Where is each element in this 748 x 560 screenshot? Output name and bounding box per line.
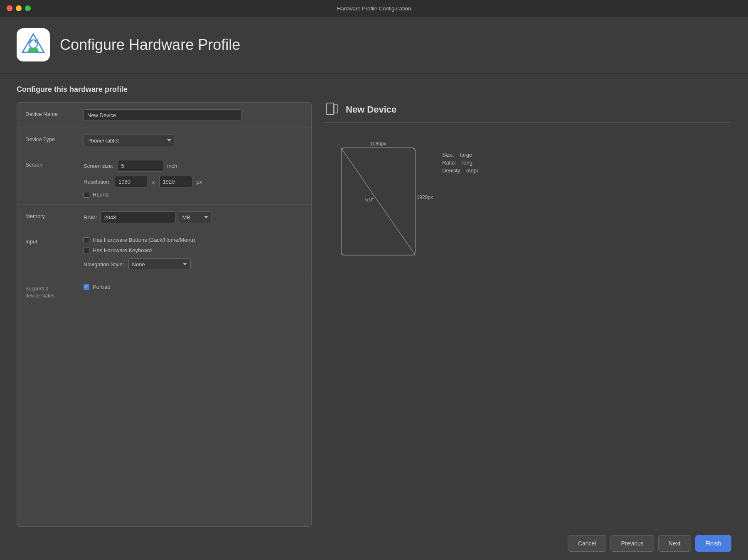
round-checkbox[interactable] bbox=[84, 192, 89, 198]
svg-point-2 bbox=[30, 41, 32, 43]
nav-style-row: Navigation Style: None D-pad Trackball W… bbox=[84, 258, 195, 270]
ratio-spec-label: Ratio: bbox=[442, 160, 456, 166]
portrait-label[interactable]: Portrait bbox=[84, 284, 303, 290]
screen-controls: Screen size: inch Resolution: x px bbox=[84, 160, 202, 198]
screen-size-unit: inch bbox=[167, 163, 177, 169]
resolution-label: Resolution: bbox=[84, 179, 111, 185]
density-spec-label: Density: bbox=[442, 167, 462, 174]
hw-keyboard-text: Has Hardware Keyboard bbox=[93, 247, 152, 253]
traffic-lights bbox=[7, 5, 31, 11]
density-spec: Density: mdpi bbox=[442, 167, 478, 174]
screen-label: Screen bbox=[25, 160, 84, 168]
preview-panel: New Device 1080px 5.0" bbox=[324, 102, 731, 527]
preview-device-icon bbox=[324, 102, 339, 117]
android-studio-logo bbox=[21, 32, 46, 57]
portrait-checkbox[interactable] bbox=[84, 284, 89, 290]
preview-specs: Size: large Ratio: long Density: mdpi bbox=[442, 152, 478, 174]
round-checkbox-label[interactable]: Round bbox=[84, 192, 202, 198]
ratio-spec: Ratio: long bbox=[442, 160, 478, 166]
footer: Cancel Previous Next Finish bbox=[0, 527, 748, 560]
round-line: Round bbox=[84, 192, 202, 198]
resolution-line: Resolution: x px bbox=[84, 176, 202, 187]
hw-keyboard-label[interactable]: Has Hardware Keyboard bbox=[84, 247, 195, 253]
svg-rect-7 bbox=[30, 48, 37, 49]
svg-point-10 bbox=[330, 113, 331, 114]
memory-controls: RAM: MB GB bbox=[84, 211, 303, 223]
device-type-select[interactable]: Phone/Tablet Android TV Wear OS Desktop … bbox=[84, 135, 175, 146]
device-type-row: Device Type Phone/Tablet Android TV Wear… bbox=[17, 128, 311, 153]
right-dimension-label: 1920px bbox=[417, 194, 433, 200]
previous-button[interactable]: Previous bbox=[610, 535, 654, 552]
size-spec-value: large bbox=[460, 152, 472, 158]
hw-buttons-checkbox[interactable] bbox=[84, 237, 89, 243]
nav-style-label: Navigation Style: bbox=[84, 261, 124, 268]
portrait-text: Portrait bbox=[93, 284, 110, 290]
device-type-label: Device Type bbox=[25, 135, 84, 142]
memory-row: Memory RAM: MB GB bbox=[17, 205, 311, 230]
phone-outline bbox=[341, 147, 416, 255]
hw-keyboard-checkbox[interactable] bbox=[84, 248, 89, 253]
ratio-spec-value: long bbox=[462, 160, 472, 166]
title-bar: Hardware Profile Configuration bbox=[0, 0, 748, 17]
size-spec: Size: large bbox=[442, 152, 478, 158]
density-spec-value: mdpi bbox=[466, 167, 478, 174]
screen-size-input[interactable] bbox=[118, 160, 163, 172]
svg-rect-9 bbox=[334, 105, 337, 113]
resolution-unit: px bbox=[197, 179, 202, 185]
supported-states-label: Supporteddevice states bbox=[25, 284, 84, 300]
supported-states-controls: Portrait bbox=[84, 284, 303, 290]
device-name-input[interactable] bbox=[84, 109, 241, 121]
hw-buttons-text: Has Hardware Buttons (Back/Home/Menu) bbox=[93, 237, 195, 243]
nav-style-select[interactable]: None D-pad Trackball Wheel bbox=[128, 258, 191, 270]
supported-states-text: Supporteddevice states bbox=[25, 286, 54, 299]
top-dimension-label: 1080px bbox=[370, 141, 386, 147]
section-title: Configure this hardware profile bbox=[0, 74, 748, 102]
ram-input[interactable] bbox=[101, 211, 175, 223]
device-diagram: 1080px 5.0" 1920px bbox=[324, 135, 432, 260]
screen-size-label: Screen size: bbox=[84, 163, 113, 169]
resolution-height-input[interactable] bbox=[159, 176, 192, 187]
preview-header: New Device bbox=[324, 102, 731, 123]
ram-label: RAM: bbox=[84, 214, 97, 221]
form-preview-layout: Device Name Device Type Phone/Tablet And… bbox=[0, 102, 748, 527]
input-controls: Has Hardware Buttons (Back/Home/Menu) Ha… bbox=[84, 237, 195, 270]
finish-button[interactable]: Finish bbox=[695, 535, 731, 552]
next-button[interactable]: Next bbox=[658, 535, 691, 552]
preview-device-name: New Device bbox=[346, 104, 396, 115]
device-name-controls bbox=[84, 109, 303, 121]
resolution-x: x bbox=[152, 179, 155, 185]
device-diagram-inner: 1080px 5.0" 1920px bbox=[324, 135, 432, 260]
header: Configure Hardware Profile bbox=[0, 17, 748, 74]
supported-states-row: Supporteddevice states Portrait bbox=[17, 277, 311, 306]
cancel-button[interactable]: Cancel bbox=[568, 535, 607, 552]
window-title: Hardware Profile Configuration bbox=[337, 5, 411, 12]
ram-unit-select[interactable]: MB GB bbox=[179, 211, 212, 223]
input-row: Input Has Hardware Buttons (Back/Home/Me… bbox=[17, 230, 311, 277]
screen-size-line: Screen size: inch bbox=[84, 160, 202, 172]
maximize-button[interactable] bbox=[25, 5, 31, 11]
svg-point-1 bbox=[29, 40, 37, 48]
minimize-button[interactable] bbox=[16, 5, 22, 11]
size-spec-label: Size: bbox=[442, 152, 454, 158]
screen-row: Screen Screen size: inch Resolution: x p… bbox=[17, 153, 311, 205]
device-name-label: Device Name bbox=[25, 109, 84, 117]
main-content: Configure Hardware Profile Configure thi… bbox=[0, 17, 748, 560]
hw-buttons-label[interactable]: Has Hardware Buttons (Back/Home/Menu) bbox=[84, 237, 195, 243]
preview-area: 1080px 5.0" 1920px bbox=[324, 131, 731, 260]
resolution-width-input[interactable] bbox=[115, 176, 148, 187]
input-label: Input bbox=[25, 237, 84, 245]
center-dimension-label: 5.0" bbox=[365, 197, 374, 203]
device-type-controls: Phone/Tablet Android TV Wear OS Desktop … bbox=[84, 135, 303, 146]
svg-rect-8 bbox=[327, 103, 334, 115]
header-title: Configure Hardware Profile bbox=[60, 36, 240, 54]
close-button[interactable] bbox=[7, 5, 12, 11]
device-name-row: Device Name bbox=[17, 103, 311, 128]
logo-container bbox=[17, 28, 50, 61]
form-panel: Device Name Device Type Phone/Tablet And… bbox=[17, 102, 312, 527]
round-label: Round bbox=[93, 192, 108, 198]
svg-point-3 bbox=[35, 41, 37, 43]
memory-label: Memory bbox=[25, 211, 84, 219]
